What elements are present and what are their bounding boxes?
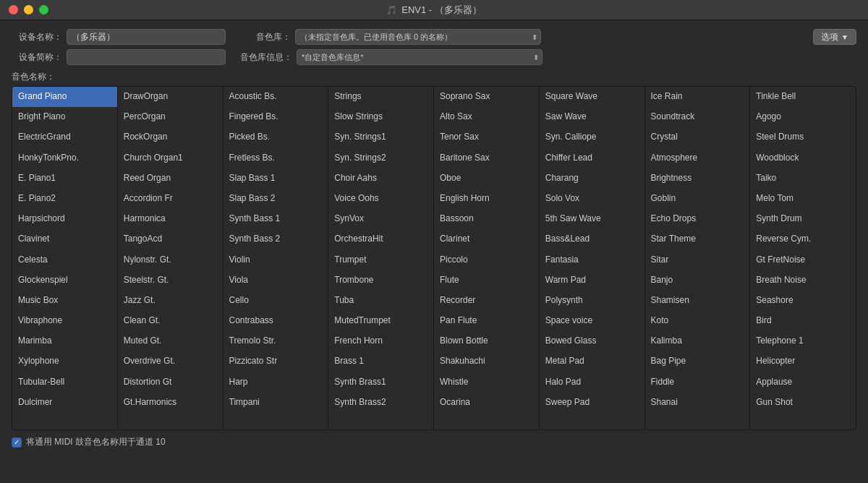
instrument-item[interactable]: Melo Tom xyxy=(750,189,856,209)
instrument-item[interactable]: Synth Brass1 xyxy=(328,372,433,393)
instrument-item[interactable]: Bright Piano xyxy=(12,107,117,127)
instrument-item[interactable]: PercOrgan xyxy=(118,107,223,127)
instrument-item[interactable]: Polysynth xyxy=(540,291,644,311)
instrument-item[interactable]: Dulcimer xyxy=(12,393,117,413)
instrument-item[interactable]: Bowed Glass xyxy=(540,331,644,351)
instrument-item[interactable]: Grand Piano xyxy=(12,87,117,107)
instrument-item[interactable]: Echo Drops xyxy=(645,209,750,229)
maximize-button[interactable] xyxy=(39,5,48,14)
instrument-item[interactable]: Halo Pad xyxy=(540,372,644,393)
instrument-item[interactable]: Woodblock xyxy=(750,148,856,168)
instrument-item[interactable]: Gun Shot xyxy=(750,393,856,413)
instrument-item[interactable]: Celesta xyxy=(12,250,117,270)
instrument-item[interactable]: Jazz Gt. xyxy=(118,291,223,311)
instrument-item[interactable]: Picked Bs. xyxy=(224,127,328,148)
instrument-item[interactable]: TangoAcd xyxy=(118,229,223,249)
instrument-item[interactable]: Clarinet xyxy=(434,229,539,249)
instrument-item[interactable]: Banjo xyxy=(645,270,750,291)
instrument-item[interactable]: Solo Vox xyxy=(540,189,644,209)
instrument-item[interactable]: Tremolo Str. xyxy=(224,331,328,351)
instrument-item[interactable]: Trombone xyxy=(328,270,433,291)
instrument-item[interactable]: Church Organ1 xyxy=(118,148,223,168)
options-button[interactable]: 选项 ▼ xyxy=(813,29,856,45)
instrument-item[interactable]: Shanai xyxy=(645,393,750,413)
instrument-item[interactable]: Metal Pad xyxy=(540,351,644,372)
instrument-item[interactable]: SynVox xyxy=(328,209,433,229)
instrument-item[interactable]: French Horn xyxy=(328,331,433,351)
window-controls[interactable] xyxy=(9,5,48,14)
instrument-item[interactable]: Clean Gt. xyxy=(118,311,223,331)
minimize-button[interactable] xyxy=(24,5,33,14)
instrument-item[interactable]: Pizzicato Str xyxy=(224,351,328,372)
instrument-item[interactable]: Music Box xyxy=(12,291,117,311)
instrument-item[interactable]: Nylonstr. Gt. xyxy=(118,250,223,270)
instrument-item[interactable]: Steelstr. Gt. xyxy=(118,270,223,291)
instrument-item[interactable]: Violin xyxy=(224,250,328,270)
instrument-item[interactable]: Blown Bottle xyxy=(434,331,539,351)
instrument-item[interactable]: Seashore xyxy=(750,291,856,311)
instrument-item[interactable]: Distortion Gt xyxy=(118,372,223,393)
instrument-item[interactable]: Slow Strings xyxy=(328,107,433,127)
instrument-item[interactable]: E. Piano2 xyxy=(12,189,117,209)
instrument-item[interactable]: Timpani xyxy=(224,393,328,413)
instrument-item[interactable]: Ice Rain xyxy=(645,87,750,107)
instrument-item[interactable]: Brass 1 xyxy=(328,351,433,372)
instrument-item[interactable]: Bass&Lead xyxy=(540,229,644,249)
instrument-item[interactable]: Cello xyxy=(224,291,328,311)
instrument-item[interactable]: Charang xyxy=(540,168,644,189)
instrument-item[interactable]: Koto xyxy=(645,311,750,331)
instrument-item[interactable]: Bassoon xyxy=(434,209,539,229)
instrument-item[interactable]: Chiffer Lead xyxy=(540,148,644,168)
instrument-item[interactable]: Piccolo xyxy=(434,250,539,270)
instrument-item[interactable]: Xylophone xyxy=(12,351,117,372)
instrument-item[interactable]: Fiddle xyxy=(645,372,750,393)
instrument-item[interactable]: Fretless Bs. xyxy=(224,148,328,168)
instrument-item[interactable]: Overdrive Gt. xyxy=(118,351,223,372)
instrument-item[interactable]: Strings xyxy=(328,87,433,107)
instrument-item[interactable]: Tuba xyxy=(328,291,433,311)
instrument-item[interactable]: Fingered Bs. xyxy=(224,107,328,127)
instrument-item[interactable]: Choir Aahs xyxy=(328,168,433,189)
instrument-item[interactable]: 5th Saw Wave xyxy=(540,209,644,229)
device-name-input[interactable] xyxy=(67,29,226,45)
instrument-item[interactable]: Syn. Strings2 xyxy=(328,148,433,168)
instrument-item[interactable]: Gt.Harmonics xyxy=(118,393,223,413)
instrument-item[interactable]: Slap Bass 2 xyxy=(224,189,328,209)
instrument-item[interactable]: Tenor Sax xyxy=(434,127,539,148)
instrument-item[interactable]: Trumpet xyxy=(328,250,433,270)
instrument-item[interactable]: Warm Pad xyxy=(540,270,644,291)
midi-drum-checkbox-wrapper[interactable]: ✓ 将通用 MIDI 鼓音色名称用于通道 10 xyxy=(12,436,166,448)
close-button[interactable] xyxy=(9,5,18,14)
instrument-item[interactable]: Sweep Pad xyxy=(540,393,644,413)
instrument-item[interactable]: E. Piano1 xyxy=(12,168,117,189)
instrument-item[interactable]: Synth Bass 2 xyxy=(224,229,328,249)
instrument-item[interactable]: Tinkle Bell xyxy=(750,87,856,107)
instrument-item[interactable]: Clavinet xyxy=(12,229,117,249)
instrument-item[interactable]: Acoustic Bs. xyxy=(224,87,328,107)
instrument-item[interactable]: Helicopter xyxy=(750,351,856,372)
instrument-item[interactable]: Shamisen xyxy=(645,291,750,311)
instrument-item[interactable]: Kalimba xyxy=(645,331,750,351)
instrument-item[interactable]: Pan Flute xyxy=(434,311,539,331)
instrument-item[interactable]: Breath Noise xyxy=(750,270,856,291)
instrument-item[interactable]: Muted Gt. xyxy=(118,331,223,351)
instrument-item[interactable]: Glockenspiel xyxy=(12,270,117,291)
instrument-item[interactable]: Gt FretNoise xyxy=(750,250,856,270)
instrument-item[interactable]: Viola xyxy=(224,270,328,291)
instrument-item[interactable]: Flute xyxy=(434,270,539,291)
instrument-item[interactable]: MutedTrumpet xyxy=(328,311,433,331)
instrument-item[interactable]: Fantasia xyxy=(540,250,644,270)
instrument-item[interactable]: Recorder xyxy=(434,291,539,311)
instrument-item[interactable]: Oboe xyxy=(434,168,539,189)
instrument-item[interactable]: Bird xyxy=(750,311,856,331)
midi-drum-checkbox[interactable]: ✓ xyxy=(12,437,22,448)
instrument-item[interactable]: Ocarina xyxy=(434,393,539,413)
instrument-item[interactable]: Slap Bass 1 xyxy=(224,168,328,189)
instrument-item[interactable]: Soundtrack xyxy=(645,107,750,127)
instrument-item[interactable]: Star Theme xyxy=(645,229,750,249)
instrument-item[interactable]: Space voice xyxy=(540,311,644,331)
instrument-item[interactable]: Steel Drums xyxy=(750,127,856,148)
instrument-item[interactable]: Synth Brass2 xyxy=(328,393,433,413)
instrument-item[interactable]: Reed Organ xyxy=(118,168,223,189)
instrument-item[interactable]: Telephone 1 xyxy=(750,331,856,351)
